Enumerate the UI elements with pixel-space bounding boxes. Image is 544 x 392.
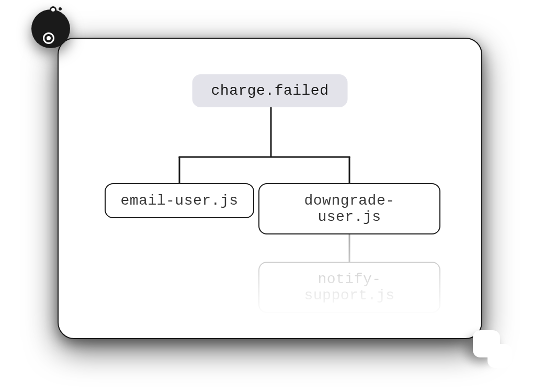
node-email-user: email-user.js: [105, 183, 254, 218]
node-downgrade-label: downgrade-user.js: [304, 193, 394, 225]
diagram-card: charge.failed email-user.js downgrade-us…: [58, 38, 482, 339]
circle-decoration-icon: [31, 6, 74, 49]
node-notify-support: notify-support.js: [258, 262, 440, 313]
node-downgrade-user: downgrade-user.js: [258, 183, 440, 234]
squares-decoration-icon: [468, 329, 515, 370]
node-notify-label: notify-support.js: [304, 271, 394, 304]
node-email-label: email-user.js: [121, 193, 239, 209]
node-root-label: charge.failed: [211, 83, 329, 99]
node-root-event: charge.failed: [192, 74, 348, 107]
connector-root-to-children: [59, 39, 483, 185]
